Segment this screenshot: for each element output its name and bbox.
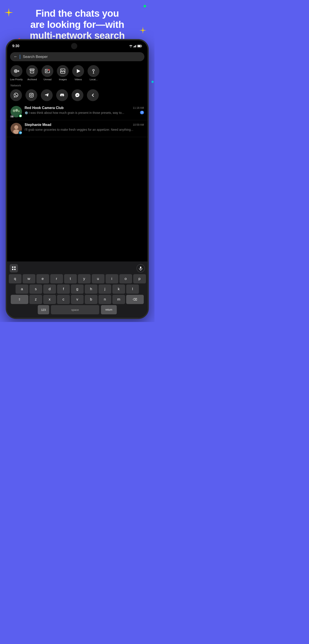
key-j[interactable]: j: [99, 284, 111, 294]
svg-point-35: [15, 109, 18, 112]
mic-icon: [138, 266, 143, 270]
phone-screen: 9:30: [7, 40, 147, 318]
svg-rect-7: [142, 46, 142, 46]
back-arrow-icon[interactable]: ←: [14, 54, 18, 59]
key-y[interactable]: y: [78, 274, 91, 284]
keyboard-mic-button[interactable]: [137, 264, 145, 272]
unread-icon: [45, 68, 50, 74]
key-z[interactable]: z: [30, 295, 42, 304]
chat-item[interactable]: +8 Red Hook Camera Club 11:18 AM: [7, 103, 147, 120]
whatsapp-badge-icon: [19, 115, 22, 117]
archived-icon: [29, 68, 35, 74]
chat-item[interactable]: Stephanie Mead 10:59 AM I'll grab some g…: [7, 120, 147, 137]
svg-point-25: [93, 69, 94, 71]
chat-content-red-hook: Red Hook Camera Club 11:18 AM ⚙️I was th…: [25, 106, 144, 115]
chat-name-red-hook: Red Hook Camera Club: [25, 106, 64, 110]
svg-point-23: [62, 70, 62, 71]
chat-header-stephanie: Stephanie Mead 10:59 AM: [25, 123, 144, 127]
key-g[interactable]: g: [71, 284, 84, 294]
key-b[interactable]: b: [85, 295, 97, 304]
status-time: 9:30: [12, 44, 19, 48]
network-row: [7, 88, 147, 103]
chat-preview-stephanie: I'll grab some groceries to make fresh v…: [25, 128, 144, 132]
key-u[interactable]: u: [92, 274, 105, 284]
svg-rect-44: [140, 266, 141, 269]
search-placeholder[interactable]: Search Beeper: [23, 54, 48, 59]
unread-icon-circle: [42, 65, 53, 77]
svg-point-19: [48, 69, 50, 71]
keyboard-row-1: q w e r t y u i o p: [8, 274, 146, 284]
key-a[interactable]: a: [16, 284, 28, 294]
svg-point-0: [131, 47, 131, 48]
filter-unread[interactable]: Unread: [42, 65, 53, 81]
key-return[interactable]: return: [101, 305, 117, 314]
instagram-icon: [29, 92, 34, 98]
key-k[interactable]: k: [112, 284, 125, 294]
filter-videos[interactable]: Videos: [72, 65, 84, 81]
key-v[interactable]: v: [71, 295, 84, 304]
network-messenger[interactable]: [72, 89, 83, 101]
network-more[interactable]: [87, 89, 99, 101]
svg-rect-3: [135, 45, 136, 48]
key-s[interactable]: s: [30, 284, 42, 294]
keyboard-row-3: ⇧ z x c v b n m ⌫: [8, 295, 146, 304]
key-q[interactable]: q: [9, 274, 22, 284]
network-section-label: Network: [7, 82, 147, 88]
headline: Find the chats you are looking for—with …: [0, 8, 155, 41]
key-o[interactable]: o: [119, 274, 132, 284]
key-f[interactable]: f: [57, 284, 70, 294]
filter-archived[interactable]: Archived: [26, 65, 38, 81]
network-whatsapp[interactable]: [10, 89, 22, 101]
location-icon: [91, 68, 96, 74]
key-space[interactable]: space: [51, 305, 99, 314]
app-background: Find the chats you are looking for—with …: [0, 0, 155, 322]
network-telegram[interactable]: [41, 89, 53, 101]
dot-teal: [151, 81, 154, 83]
network-discord[interactable]: [56, 89, 68, 101]
chat-preview-red-hook: ⚙️I was think about how much grain is pr…: [25, 111, 124, 115]
key-n[interactable]: n: [99, 295, 111, 304]
keyboard-grid-button[interactable]: [10, 264, 18, 272]
key-e[interactable]: e: [37, 274, 49, 284]
key-shift[interactable]: ⇧: [11, 295, 28, 304]
key-c[interactable]: c: [57, 295, 70, 304]
svg-rect-2: [134, 46, 135, 48]
key-x[interactable]: x: [43, 295, 56, 304]
key-t[interactable]: t: [64, 274, 77, 284]
unread-label: Unread: [44, 78, 51, 81]
filter-location[interactable]: Locat...: [88, 65, 99, 81]
keyboard: q w e r t y u i o p a s d f g: [7, 262, 147, 318]
search-bar[interactable]: ← Search Beeper: [10, 52, 144, 61]
svg-point-29: [33, 94, 33, 94]
network-instagram[interactable]: [26, 89, 37, 101]
svg-point-28: [31, 94, 32, 96]
battery-icon: [137, 45, 142, 48]
whatsapp-badge: [19, 114, 22, 118]
wifi-icon: [129, 45, 133, 48]
key-backspace[interactable]: ⌫: [126, 295, 144, 304]
filter-images[interactable]: Images: [57, 65, 69, 81]
grid-icon: [12, 266, 16, 270]
chat-header-red-hook: Red Hook Camera Club 11:18 AM: [25, 106, 144, 110]
key-d[interactable]: d: [43, 284, 56, 294]
telegram-icon: [44, 92, 50, 98]
svg-rect-4: [136, 45, 137, 48]
key-w[interactable]: w: [23, 274, 35, 284]
key-r[interactable]: r: [50, 274, 63, 284]
key-numbers[interactable]: 123: [38, 305, 49, 314]
chat-content-stephanie: Stephanie Mead 10:59 AM I'll grab some g…: [25, 123, 144, 132]
key-h[interactable]: h: [85, 284, 97, 294]
chat-time-red-hook: 11:18 AM: [133, 106, 144, 110]
telegram-badge: [19, 131, 22, 135]
key-p[interactable]: p: [133, 274, 146, 284]
svg-point-36: [18, 110, 20, 112]
key-m[interactable]: m: [112, 295, 125, 304]
images-label: Images: [59, 78, 67, 81]
filter-row: Low Priority Archived: [7, 64, 147, 82]
filter-low-priority[interactable]: Low Priority: [10, 65, 23, 81]
phone-frame: 9:30: [6, 39, 149, 319]
avatar-container-red-hook: +8: [11, 106, 22, 117]
key-l[interactable]: l: [126, 284, 139, 294]
more-networks-icon: [91, 93, 95, 98]
key-i[interactable]: i: [106, 274, 118, 284]
